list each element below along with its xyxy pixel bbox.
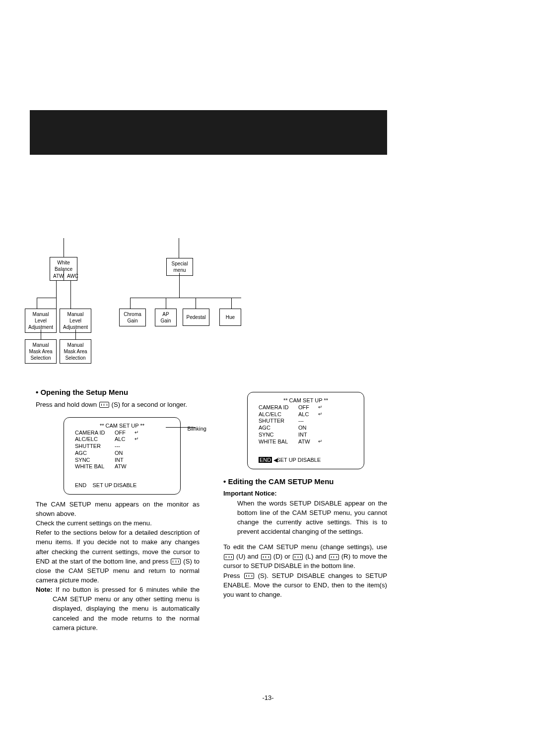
left-p3: Check the current settings on the menu. (36, 518, 200, 528)
osd-row-white-bal: WHITE BALATW↵ (259, 439, 353, 445)
box-awc: AWC (64, 271, 77, 281)
osd-figure-2: ** CAM SET UP ** CAMERA IDOFF↵ ALC/ELCAL… (247, 392, 363, 469)
camera-button-icon (171, 559, 181, 565)
osd-figure-1: ** CAM SET UP ** CAMERA IDOFF↵ ALC/ELCAL… (64, 417, 169, 495)
osd-row-white-bal: WHITE BALATW (75, 463, 169, 470)
osd-row-sync: SYNCINT (75, 457, 169, 464)
osd-row-alc-elc: ALC/ELCALC↵ (75, 436, 169, 443)
right-column: ** CAM SET UP ** CAMERA IDOFF↵ ALC/ELCAL… (223, 387, 387, 632)
blinking-label: Blinking (187, 425, 206, 433)
left-p2: The CAM SETUP menu appears on the monito… (36, 500, 200, 518)
osd-row-shutter: SHUTTER--- (259, 418, 353, 425)
osd-bottom-1: END SET UP DISABLE (75, 482, 169, 489)
box-manual-mask-2: Manual Mask Area Selection (60, 339, 91, 364)
header-dark-band (30, 110, 387, 155)
left-p4: Refer to the sections below for a detail… (36, 528, 200, 585)
box-ap-gain: AP Gain (155, 309, 177, 326)
box-special-menu: Special menu (166, 258, 193, 276)
camera-button-icon (261, 554, 271, 560)
camera-button-icon (99, 402, 109, 408)
important-notice-text: When the words SETUP DISABLE appear on t… (223, 499, 387, 537)
osd-bottom-2: END ◀SET UP DISABLE (259, 457, 353, 464)
right-p2: Press (S). SETUP DISABLE changes to SETU… (223, 571, 387, 599)
camera-button-icon (329, 554, 339, 560)
osd-title: ** CAM SET UP ** (75, 423, 169, 430)
osd-row-alc-elc: ALC/ELCALC↵ (259, 411, 353, 418)
important-notice-label: Important Notice: (223, 489, 387, 499)
osd-row-camera-id: CAMERA IDOFF↵ (259, 404, 353, 411)
heading-opening-setup: • Opening the Setup Menu (36, 387, 200, 398)
box-hue: Hue (219, 309, 241, 326)
osd-row-agc: AGCON (75, 450, 169, 457)
box-pedestal: Pedestal (183, 309, 209, 326)
osd-panel-1: ** CAM SET UP ** CAMERA IDOFF↵ ALC/ELCAL… (64, 417, 181, 495)
page-number: -13- (0, 694, 536, 701)
osd-row-agc: AGCON (259, 425, 353, 432)
menu-tree-diagram: White Balance ATW AWC Special menu Chrom… (40, 238, 337, 387)
osd-title: ** CAM SET UP ** (259, 397, 353, 404)
left-column: • Opening the Setup Menu Press and hold … (36, 387, 200, 632)
left-note: Note: If no button is pressed for 6 minu… (36, 585, 200, 632)
left-p1: Press and hold down (S) for a second or … (36, 400, 200, 409)
box-atw: ATW (50, 271, 64, 281)
camera-button-icon (224, 554, 234, 560)
osd-panel-2: ** CAM SET UP ** CAMERA IDOFF↵ ALC/ELCAL… (247, 392, 364, 469)
heading-editing-setup: • Editing the CAM SETUP Menu (223, 476, 387, 487)
right-p1: To edit the CAM SETUP menu (change setti… (223, 542, 387, 570)
content-columns: • Opening the Setup Menu Press and hold … (36, 387, 393, 632)
box-manual-mask-1: Manual Mask Area Selection (25, 339, 57, 364)
box-chroma-gain: Chroma Gain (119, 309, 146, 326)
camera-button-icon (244, 573, 254, 579)
osd-row-camera-id: CAMERA IDOFF↵ (75, 430, 169, 437)
osd-row-shutter: SHUTTER--- (75, 443, 169, 450)
camera-button-icon (293, 554, 303, 560)
osd-row-sync: SYNCINT (259, 432, 353, 439)
